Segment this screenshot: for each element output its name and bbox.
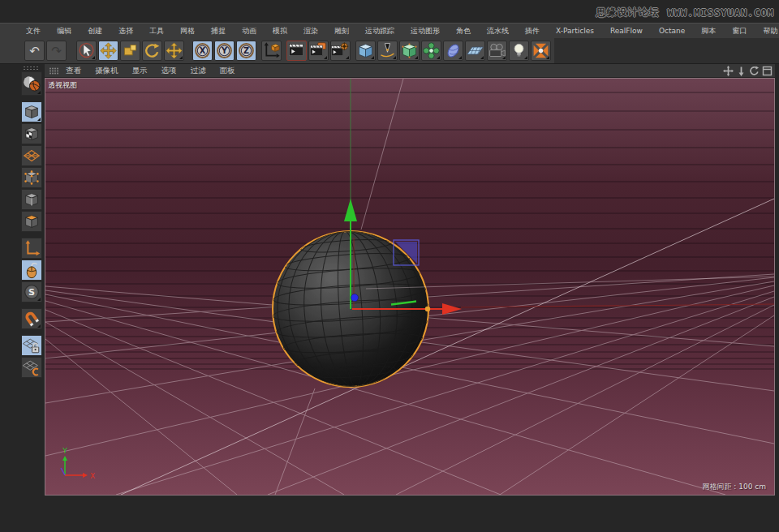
menu-mograph[interactable]: 运动图形 — [411, 26, 440, 36]
mograph-icon — [422, 41, 441, 61]
mode-sidebar: S — [0, 64, 45, 496]
watermark-site-url: WWW.MISSYUAN.COM — [667, 7, 774, 19]
toolbar: ↶ ↷ X Y — [0, 38, 779, 64]
polygons-mode-button[interactable] — [21, 211, 42, 232]
menu-motion-tracker[interactable]: 运动跟踪 — [365, 26, 394, 36]
render-picture-viewer-button[interactable] — [308, 41, 329, 61]
z-axis-lock-button[interactable]: Z — [236, 41, 256, 61]
rotate-view-icon — [749, 66, 760, 76]
menu-tools[interactable]: 工具 — [149, 26, 164, 36]
enable-axis-icon — [22, 238, 41, 258]
menu-help[interactable]: 帮助 — [763, 26, 777, 36]
rotate-tool-icon — [143, 41, 161, 61]
tweak-mode-icon — [22, 260, 41, 280]
menu-animate[interactable]: 动画 — [242, 26, 256, 36]
menu-realflow[interactable]: RealFlow — [610, 27, 643, 35]
light-button[interactable] — [509, 41, 529, 61]
svg-text:↷: ↷ — [51, 44, 62, 58]
model-mode-button[interactable] — [21, 101, 42, 122]
zoom-view-button[interactable] — [736, 66, 747, 76]
make-editable-icon — [22, 72, 41, 95]
rotate-view-button[interactable] — [749, 66, 760, 76]
move-tool-button[interactable] — [98, 41, 118, 61]
menu-mesh[interactable]: 网格 — [180, 26, 195, 36]
make-editable-button[interactable] — [21, 71, 42, 96]
svg-text:↶: ↶ — [29, 44, 40, 58]
menu-sculpt[interactable]: 雕刻 — [334, 26, 349, 36]
zoom-view-icon — [736, 66, 747, 76]
viewport-canvas[interactable]: Y X 透视视图 网格间距 : 100 cm — [45, 78, 775, 496]
points-mode-button[interactable] — [21, 167, 42, 188]
lock-workplane-icon — [22, 336, 41, 355]
menu-character[interactable]: 角色 — [456, 26, 471, 36]
viewport-solo-button[interactable]: S — [21, 281, 42, 302]
menu-xparticles[interactable]: X-Particles — [556, 27, 594, 35]
subdivision-surface-button[interactable] — [399, 41, 420, 61]
camera-icon — [488, 41, 506, 61]
menu-render[interactable]: 渲染 — [303, 26, 318, 36]
radius-handle[interactable] — [425, 307, 430, 311]
svg-text:Z: Z — [243, 46, 249, 55]
pan-view-button[interactable] — [723, 66, 734, 76]
environment-floor-button[interactable] — [465, 41, 485, 61]
redo-button: ↷ — [46, 41, 67, 61]
watermark: 思缘设计论坛 WWW.MISSYUAN.COM — [596, 6, 774, 19]
menu-snap[interactable]: 捕捉 — [211, 26, 226, 36]
x-axis-lock-icon: X — [193, 41, 212, 61]
svg-text:Y: Y — [221, 46, 228, 55]
light-icon — [510, 41, 528, 61]
undo-button[interactable]: ↶ — [24, 41, 45, 61]
primitive-cube-button[interactable] — [355, 41, 376, 61]
panel-grid-icon[interactable] — [49, 67, 60, 75]
live-selection-button[interactable] — [76, 41, 97, 61]
viewport-label: 透视视图 — [48, 80, 77, 91]
vp-menu-display[interactable]: 显示 — [132, 66, 148, 76]
vp-menu-view[interactable]: 查看 — [66, 66, 81, 76]
render-view-button[interactable] — [286, 41, 307, 61]
last-used-tool-button[interactable] — [164, 41, 184, 61]
environment-floor-icon — [466, 41, 484, 61]
vp-menu-options[interactable]: 选项 — [161, 66, 177, 76]
workplane-mode-button[interactable] — [21, 145, 42, 166]
coordinate-system-icon — [262, 41, 281, 61]
deformer-button[interactable] — [443, 41, 463, 61]
menu-simulate[interactable]: 模拟 — [273, 26, 287, 36]
scale-tool-button[interactable] — [120, 41, 140, 61]
vp-menu-panel[interactable]: 面板 — [220, 66, 235, 76]
texture-mode-button[interactable] — [21, 123, 42, 144]
vp-menu-filter[interactable]: 过滤 — [191, 66, 206, 76]
octane-button[interactable] — [531, 41, 551, 61]
coordinate-system-button[interactable] — [261, 41, 282, 61]
deformer-icon — [444, 41, 463, 61]
y-axis-lock-button[interactable]: Y — [214, 41, 235, 61]
enable-axis-button[interactable] — [21, 238, 42, 259]
x-axis-lock-button[interactable]: X — [192, 41, 213, 61]
workplane-mode-icon — [22, 146, 41, 165]
rotate-tool-button[interactable] — [142, 41, 162, 61]
menu-create[interactable]: 创建 — [88, 26, 102, 36]
menu-select[interactable]: 选择 — [118, 26, 133, 36]
gizmo-z-axis-dot[interactable] — [351, 294, 359, 302]
menu-octane[interactable]: Octane — [659, 27, 685, 35]
camera-button[interactable] — [487, 41, 507, 61]
tweak-mode-button[interactable] — [21, 260, 42, 281]
toggle-view-button[interactable] — [762, 66, 773, 76]
menu-edit[interactable]: 编辑 — [57, 26, 71, 36]
menu-script[interactable]: 脚本 — [701, 26, 716, 36]
render-settings-button[interactable] — [330, 41, 351, 61]
lock-workplane-button[interactable] — [21, 335, 42, 356]
palette-grip[interactable] — [23, 66, 39, 71]
mograph-button[interactable] — [421, 41, 441, 61]
snap-button[interactable] — [21, 308, 42, 329]
edges-mode-icon — [22, 190, 41, 209]
menu-file[interactable]: 文件 — [26, 26, 41, 36]
menu-plugins[interactable]: 插件 — [525, 26, 540, 36]
planar-workplane-button[interactable] — [21, 357, 42, 378]
menu-window[interactable]: 窗口 — [732, 26, 747, 36]
vp-menu-cameras[interactable]: 摄像机 — [95, 66, 118, 76]
axis-y-label: Y — [62, 447, 67, 455]
menu-pipeline[interactable]: 流水线 — [487, 26, 509, 36]
model-mode-icon — [22, 102, 41, 122]
edges-mode-button[interactable] — [21, 189, 42, 210]
spline-pen-button[interactable] — [377, 41, 398, 61]
